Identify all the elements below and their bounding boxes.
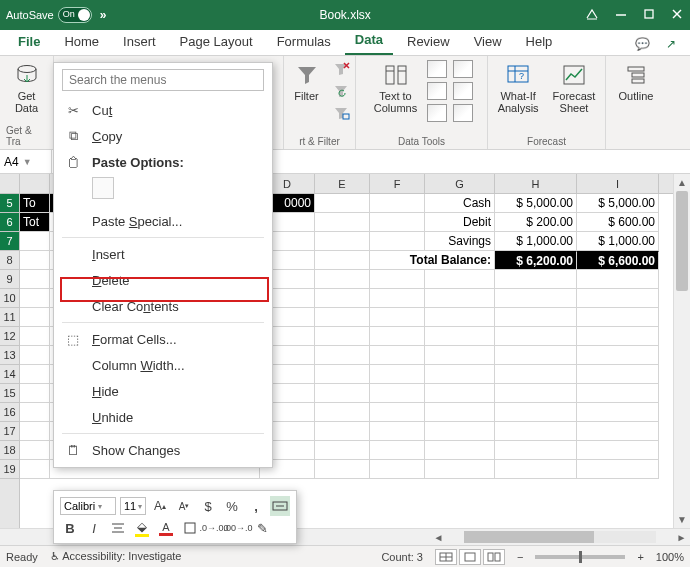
cm-cut[interactable]: ✂ Cut xyxy=(54,97,272,123)
cell-H5[interactable]: $ 5,000.00 xyxy=(495,194,577,213)
row-header-8[interactable]: 8 xyxy=(0,251,19,270)
row-header-9[interactable]: 9 xyxy=(0,270,19,289)
row-header-16[interactable]: 16 xyxy=(0,403,19,422)
data-model-icon[interactable] xyxy=(453,104,473,122)
data-validation-icon[interactable] xyxy=(427,104,447,122)
reapply-filter-icon[interactable] xyxy=(331,82,351,100)
qat-overflow-icon[interactable]: » xyxy=(100,8,107,22)
cell-E8[interactable] xyxy=(315,251,370,270)
mt-font-name[interactable]: Calibri▾ xyxy=(60,497,116,515)
name-box[interactable]: A4 ▼ xyxy=(0,150,52,173)
row-header-14[interactable]: 14 xyxy=(0,365,19,384)
mt-italic-icon[interactable]: I xyxy=(84,518,104,538)
zoom-level[interactable]: 100% xyxy=(656,551,684,563)
cell-B8[interactable] xyxy=(20,251,50,270)
row-header-10[interactable]: 10 xyxy=(0,289,19,308)
cell-I7[interactable]: $ 1,000.00 xyxy=(577,232,659,251)
cell-H8[interactable]: $ 6,200.00 xyxy=(495,251,577,270)
vertical-scrollbar[interactable]: ▲ ▼ xyxy=(673,174,690,528)
accessibility-status[interactable]: ♿︎ Accessibility: Investigate xyxy=(50,550,182,563)
tab-data[interactable]: Data xyxy=(345,28,393,55)
mt-percent-format-icon[interactable]: % xyxy=(222,496,242,516)
tab-insert[interactable]: Insert xyxy=(113,30,166,55)
advanced-filter-icon[interactable] xyxy=(331,104,351,122)
page-layout-view-icon[interactable] xyxy=(459,549,481,565)
mt-align-icon[interactable] xyxy=(108,518,128,538)
cm-column-width[interactable]: Column Width... xyxy=(54,352,272,378)
select-all-corner[interactable] xyxy=(0,174,19,194)
tab-file[interactable]: File xyxy=(8,30,50,55)
mt-format-painter-icon[interactable]: ✎ xyxy=(252,518,272,538)
tab-home[interactable]: Home xyxy=(54,30,109,55)
minimize-icon[interactable] xyxy=(614,7,628,24)
mt-bold-icon[interactable]: B xyxy=(60,518,80,538)
context-menu-search[interactable] xyxy=(62,69,264,91)
row-header-12[interactable]: 12 xyxy=(0,327,19,346)
cm-clear-contents[interactable]: Clear Contents xyxy=(54,293,272,319)
cell-G5[interactable]: Cash xyxy=(425,194,495,213)
page-break-view-icon[interactable] xyxy=(483,549,505,565)
tab-help[interactable]: Help xyxy=(516,30,563,55)
cm-format-cells[interactable]: ⬚ Format Cells... xyxy=(54,326,272,352)
cell-B7[interactable] xyxy=(20,232,50,251)
cell-B6[interactable]: Tot xyxy=(20,213,50,232)
col-header-B[interactable] xyxy=(20,174,50,193)
hscroll-track[interactable] xyxy=(464,531,656,543)
zoom-in-icon[interactable]: + xyxy=(637,551,643,563)
cell-I6[interactable]: $ 600.00 xyxy=(577,213,659,232)
mt-font-color-icon[interactable]: A xyxy=(156,518,176,538)
cell-G6[interactable]: Debit xyxy=(425,213,495,232)
cell-G8[interactable]: Total Balance: xyxy=(370,251,495,270)
cell-F6[interactable] xyxy=(370,213,425,232)
hscroll-thumb[interactable] xyxy=(464,531,594,543)
cm-unhide[interactable]: Unhide xyxy=(54,404,272,430)
relationships-icon[interactable] xyxy=(453,82,473,100)
mt-increase-decimal-icon[interactable]: .0→.00 xyxy=(204,518,224,538)
autosave[interactable]: AutoSave On xyxy=(6,7,92,23)
forecast-sheet-button[interactable]: Forecast Sheet xyxy=(549,60,600,116)
col-header-F[interactable]: F xyxy=(370,174,425,193)
row-header-18[interactable]: 18 xyxy=(0,441,19,460)
maximize-icon[interactable] xyxy=(642,7,656,24)
cm-show-changes[interactable]: 🗒︎ Show Changes xyxy=(54,437,272,463)
col-header-G[interactable]: G xyxy=(425,174,495,193)
tab-page-layout[interactable]: Page Layout xyxy=(170,30,263,55)
tab-review[interactable]: Review xyxy=(397,30,460,55)
flash-fill-icon[interactable] xyxy=(427,60,447,78)
paste-default-icon[interactable] xyxy=(92,177,114,199)
chevron-down-icon[interactable]: ▼ xyxy=(23,157,32,167)
mt-decrease-decimal-icon[interactable]: .00→.0 xyxy=(228,518,248,538)
col-header-I[interactable]: I xyxy=(577,174,659,193)
row-header-15[interactable]: 15 xyxy=(0,384,19,403)
row-header-17[interactable]: 17 xyxy=(0,422,19,441)
ribbon-display-options-icon[interactable] xyxy=(584,6,600,25)
cell-E7[interactable] xyxy=(315,232,370,251)
mt-accounting-format-icon[interactable]: $ xyxy=(198,496,218,516)
scroll-up-icon[interactable]: ▲ xyxy=(674,174,690,191)
get-data-button[interactable]: Get Data xyxy=(9,60,45,116)
outline-button[interactable]: Outline xyxy=(615,60,658,104)
mt-fill-color-icon[interactable]: ⬙ xyxy=(132,518,152,538)
cell-H7[interactable]: $ 1,000.00 xyxy=(495,232,577,251)
whatif-button[interactable]: ? What-If Analysis xyxy=(494,60,543,116)
scroll-thumb[interactable] xyxy=(676,191,688,291)
autosave-toggle[interactable]: On xyxy=(58,7,92,23)
row-header-13[interactable]: 13 xyxy=(0,346,19,365)
share-icon[interactable]: ↗ xyxy=(660,33,682,55)
row-header-5[interactable]: 5 xyxy=(0,194,19,213)
context-menu-search-input[interactable] xyxy=(62,69,264,91)
cell-E5[interactable] xyxy=(315,194,370,213)
remove-duplicates-icon[interactable] xyxy=(427,82,447,100)
normal-view-icon[interactable] xyxy=(435,549,457,565)
row-header-19[interactable]: 19 xyxy=(0,460,19,479)
filter-button[interactable]: Filter xyxy=(289,60,325,104)
mt-comma-format-icon[interactable]: , xyxy=(246,496,266,516)
text-to-columns-button[interactable]: Text to Columns xyxy=(370,60,421,116)
cell-I8[interactable]: $ 6,600.00 xyxy=(577,251,659,270)
consolidate-icon[interactable] xyxy=(453,60,473,78)
col-header-E[interactable]: E xyxy=(315,174,370,193)
scroll-down-icon[interactable]: ▼ xyxy=(674,511,690,528)
cm-delete[interactable]: Delete xyxy=(54,267,272,293)
mt-decrease-font-icon[interactable]: A▾ xyxy=(174,496,194,516)
row-header-11[interactable]: 11 xyxy=(0,308,19,327)
